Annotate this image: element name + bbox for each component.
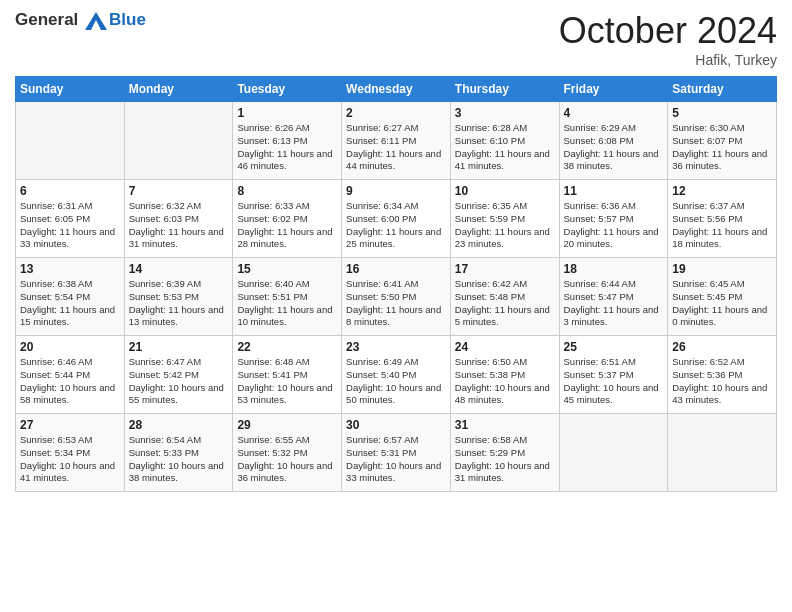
calendar-cell: 21Sunrise: 6:47 AM Sunset: 5:42 PM Dayli… bbox=[124, 336, 233, 414]
month-title: October 2024 bbox=[559, 10, 777, 52]
calendar-cell: 10Sunrise: 6:35 AM Sunset: 5:59 PM Dayli… bbox=[450, 180, 559, 258]
cell-info: Sunrise: 6:44 AM Sunset: 5:47 PM Dayligh… bbox=[564, 278, 664, 329]
calendar-cell: 6Sunrise: 6:31 AM Sunset: 6:05 PM Daylig… bbox=[16, 180, 125, 258]
day-number: 27 bbox=[20, 418, 120, 432]
calendar-table: Sunday Monday Tuesday Wednesday Thursday… bbox=[15, 76, 777, 492]
col-friday: Friday bbox=[559, 77, 668, 102]
day-number: 23 bbox=[346, 340, 446, 354]
cell-info: Sunrise: 6:32 AM Sunset: 6:03 PM Dayligh… bbox=[129, 200, 229, 251]
cell-info: Sunrise: 6:29 AM Sunset: 6:08 PM Dayligh… bbox=[564, 122, 664, 173]
logo-icon bbox=[85, 12, 107, 30]
day-number: 9 bbox=[346, 184, 446, 198]
day-number: 18 bbox=[564, 262, 664, 276]
day-number: 24 bbox=[455, 340, 555, 354]
cell-info: Sunrise: 6:26 AM Sunset: 6:13 PM Dayligh… bbox=[237, 122, 337, 173]
calendar-cell bbox=[559, 414, 668, 492]
cell-info: Sunrise: 6:40 AM Sunset: 5:51 PM Dayligh… bbox=[237, 278, 337, 329]
cell-info: Sunrise: 6:50 AM Sunset: 5:38 PM Dayligh… bbox=[455, 356, 555, 407]
calendar-cell: 3Sunrise: 6:28 AM Sunset: 6:10 PM Daylig… bbox=[450, 102, 559, 180]
day-number: 22 bbox=[237, 340, 337, 354]
week-row-2: 13Sunrise: 6:38 AM Sunset: 5:54 PM Dayli… bbox=[16, 258, 777, 336]
day-number: 14 bbox=[129, 262, 229, 276]
cell-info: Sunrise: 6:37 AM Sunset: 5:56 PM Dayligh… bbox=[672, 200, 772, 251]
day-number: 25 bbox=[564, 340, 664, 354]
location-subtitle: Hafik, Turkey bbox=[559, 52, 777, 68]
cell-info: Sunrise: 6:58 AM Sunset: 5:29 PM Dayligh… bbox=[455, 434, 555, 485]
day-number: 2 bbox=[346, 106, 446, 120]
cell-info: Sunrise: 6:42 AM Sunset: 5:48 PM Dayligh… bbox=[455, 278, 555, 329]
calendar-cell: 14Sunrise: 6:39 AM Sunset: 5:53 PM Dayli… bbox=[124, 258, 233, 336]
calendar-cell: 8Sunrise: 6:33 AM Sunset: 6:02 PM Daylig… bbox=[233, 180, 342, 258]
day-number: 13 bbox=[20, 262, 120, 276]
calendar-cell bbox=[16, 102, 125, 180]
cell-info: Sunrise: 6:30 AM Sunset: 6:07 PM Dayligh… bbox=[672, 122, 772, 173]
col-saturday: Saturday bbox=[668, 77, 777, 102]
day-number: 16 bbox=[346, 262, 446, 276]
cell-info: Sunrise: 6:47 AM Sunset: 5:42 PM Dayligh… bbox=[129, 356, 229, 407]
cell-info: Sunrise: 6:36 AM Sunset: 5:57 PM Dayligh… bbox=[564, 200, 664, 251]
day-number: 29 bbox=[237, 418, 337, 432]
day-number: 6 bbox=[20, 184, 120, 198]
day-number: 28 bbox=[129, 418, 229, 432]
calendar-cell: 26Sunrise: 6:52 AM Sunset: 5:36 PM Dayli… bbox=[668, 336, 777, 414]
title-block: October 2024 Hafik, Turkey bbox=[559, 10, 777, 68]
calendar-cell: 23Sunrise: 6:49 AM Sunset: 5:40 PM Dayli… bbox=[342, 336, 451, 414]
cell-info: Sunrise: 6:35 AM Sunset: 5:59 PM Dayligh… bbox=[455, 200, 555, 251]
calendar-cell: 22Sunrise: 6:48 AM Sunset: 5:41 PM Dayli… bbox=[233, 336, 342, 414]
cell-info: Sunrise: 6:46 AM Sunset: 5:44 PM Dayligh… bbox=[20, 356, 120, 407]
day-number: 5 bbox=[672, 106, 772, 120]
cell-info: Sunrise: 6:52 AM Sunset: 5:36 PM Dayligh… bbox=[672, 356, 772, 407]
cell-info: Sunrise: 6:45 AM Sunset: 5:45 PM Dayligh… bbox=[672, 278, 772, 329]
calendar-cell: 11Sunrise: 6:36 AM Sunset: 5:57 PM Dayli… bbox=[559, 180, 668, 258]
cell-info: Sunrise: 6:57 AM Sunset: 5:31 PM Dayligh… bbox=[346, 434, 446, 485]
calendar-cell: 7Sunrise: 6:32 AM Sunset: 6:03 PM Daylig… bbox=[124, 180, 233, 258]
calendar-cell: 27Sunrise: 6:53 AM Sunset: 5:34 PM Dayli… bbox=[16, 414, 125, 492]
cell-info: Sunrise: 6:38 AM Sunset: 5:54 PM Dayligh… bbox=[20, 278, 120, 329]
day-number: 31 bbox=[455, 418, 555, 432]
week-row-1: 6Sunrise: 6:31 AM Sunset: 6:05 PM Daylig… bbox=[16, 180, 777, 258]
day-number: 8 bbox=[237, 184, 337, 198]
calendar-cell: 31Sunrise: 6:58 AM Sunset: 5:29 PM Dayli… bbox=[450, 414, 559, 492]
calendar-cell: 12Sunrise: 6:37 AM Sunset: 5:56 PM Dayli… bbox=[668, 180, 777, 258]
logo: General Blue bbox=[15, 10, 146, 30]
col-sunday: Sunday bbox=[16, 77, 125, 102]
calendar-cell: 28Sunrise: 6:54 AM Sunset: 5:33 PM Dayli… bbox=[124, 414, 233, 492]
day-number: 4 bbox=[564, 106, 664, 120]
cell-info: Sunrise: 6:41 AM Sunset: 5:50 PM Dayligh… bbox=[346, 278, 446, 329]
calendar-cell bbox=[124, 102, 233, 180]
cell-info: Sunrise: 6:49 AM Sunset: 5:40 PM Dayligh… bbox=[346, 356, 446, 407]
day-number: 19 bbox=[672, 262, 772, 276]
header-row: Sunday Monday Tuesday Wednesday Thursday… bbox=[16, 77, 777, 102]
calendar-cell: 13Sunrise: 6:38 AM Sunset: 5:54 PM Dayli… bbox=[16, 258, 125, 336]
calendar-cell: 5Sunrise: 6:30 AM Sunset: 6:07 PM Daylig… bbox=[668, 102, 777, 180]
calendar-cell: 1Sunrise: 6:26 AM Sunset: 6:13 PM Daylig… bbox=[233, 102, 342, 180]
calendar-cell: 17Sunrise: 6:42 AM Sunset: 5:48 PM Dayli… bbox=[450, 258, 559, 336]
day-number: 7 bbox=[129, 184, 229, 198]
day-number: 20 bbox=[20, 340, 120, 354]
calendar-cell bbox=[668, 414, 777, 492]
calendar-cell: 25Sunrise: 6:51 AM Sunset: 5:37 PM Dayli… bbox=[559, 336, 668, 414]
day-number: 1 bbox=[237, 106, 337, 120]
day-number: 30 bbox=[346, 418, 446, 432]
week-row-0: 1Sunrise: 6:26 AM Sunset: 6:13 PM Daylig… bbox=[16, 102, 777, 180]
col-monday: Monday bbox=[124, 77, 233, 102]
cell-info: Sunrise: 6:53 AM Sunset: 5:34 PM Dayligh… bbox=[20, 434, 120, 485]
calendar-cell: 29Sunrise: 6:55 AM Sunset: 5:32 PM Dayli… bbox=[233, 414, 342, 492]
cell-info: Sunrise: 6:51 AM Sunset: 5:37 PM Dayligh… bbox=[564, 356, 664, 407]
day-number: 11 bbox=[564, 184, 664, 198]
day-number: 3 bbox=[455, 106, 555, 120]
week-row-4: 27Sunrise: 6:53 AM Sunset: 5:34 PM Dayli… bbox=[16, 414, 777, 492]
calendar-cell: 18Sunrise: 6:44 AM Sunset: 5:47 PM Dayli… bbox=[559, 258, 668, 336]
col-thursday: Thursday bbox=[450, 77, 559, 102]
calendar-page: General Blue October 2024 Hafik, Turkey bbox=[0, 0, 792, 612]
cell-info: Sunrise: 6:33 AM Sunset: 6:02 PM Dayligh… bbox=[237, 200, 337, 251]
calendar-cell: 4Sunrise: 6:29 AM Sunset: 6:08 PM Daylig… bbox=[559, 102, 668, 180]
day-number: 10 bbox=[455, 184, 555, 198]
cell-info: Sunrise: 6:48 AM Sunset: 5:41 PM Dayligh… bbox=[237, 356, 337, 407]
calendar-cell: 16Sunrise: 6:41 AM Sunset: 5:50 PM Dayli… bbox=[342, 258, 451, 336]
header: General Blue October 2024 Hafik, Turkey bbox=[15, 10, 777, 68]
calendar-cell: 19Sunrise: 6:45 AM Sunset: 5:45 PM Dayli… bbox=[668, 258, 777, 336]
calendar-cell: 30Sunrise: 6:57 AM Sunset: 5:31 PM Dayli… bbox=[342, 414, 451, 492]
col-tuesday: Tuesday bbox=[233, 77, 342, 102]
cell-info: Sunrise: 6:39 AM Sunset: 5:53 PM Dayligh… bbox=[129, 278, 229, 329]
